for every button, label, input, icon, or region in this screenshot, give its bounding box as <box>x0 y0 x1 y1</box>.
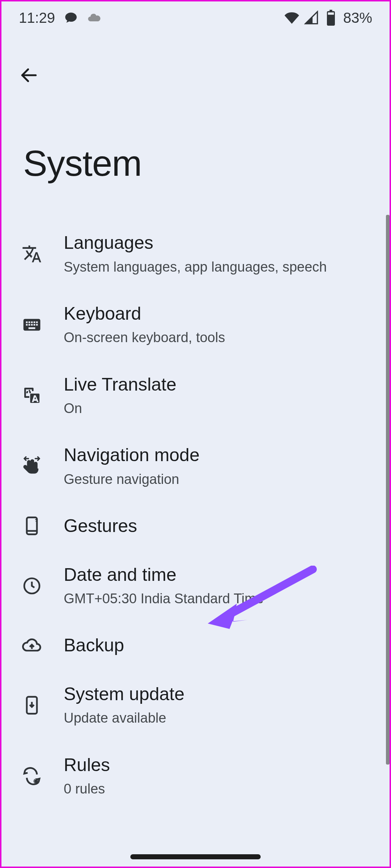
item-date-time[interactable]: Date and time GMT+05:30 India Standard T… <box>1 550 390 621</box>
item-title: Rules <box>64 754 110 776</box>
phone-gesture-icon <box>22 516 42 536</box>
rules-icon <box>22 766 42 786</box>
chat-bubble-icon <box>64 10 78 25</box>
item-languages[interactable]: Languages System languages, app language… <box>1 218 390 289</box>
item-keyboard[interactable]: Keyboard On-screen keyboard, tools <box>1 289 390 360</box>
item-gestures[interactable]: Gestures <box>1 502 390 550</box>
item-backup[interactable]: Backup <box>1 621 390 670</box>
item-subtitle: Update available <box>64 709 185 727</box>
item-subtitle: GMT+05:30 India Standard Time <box>64 590 264 608</box>
settings-list: Languages System languages, app language… <box>1 218 390 812</box>
status-right: 83% <box>285 10 372 26</box>
item-subtitle: System languages, app languages, speech <box>64 258 327 276</box>
item-title: System update <box>64 683 185 706</box>
status-left: 11:29 <box>19 10 101 26</box>
svg-rect-0 <box>328 12 334 14</box>
item-texts: Languages System languages, app language… <box>64 231 327 276</box>
translate-icon <box>22 244 42 264</box>
gesture-nav-bar[interactable] <box>130 854 261 859</box>
back-arrow-icon <box>19 65 39 85</box>
cloud-icon <box>87 10 101 25</box>
item-title: Date and time <box>64 563 264 586</box>
item-title: Live Translate <box>64 373 176 396</box>
item-title: Navigation mode <box>64 444 199 467</box>
swipe-icon <box>22 456 42 476</box>
item-texts: Backup <box>64 634 124 657</box>
item-title: Keyboard <box>64 302 225 325</box>
item-title: Backup <box>64 634 124 657</box>
item-texts: Rules 0 rules <box>64 754 110 799</box>
item-texts: Keyboard On-screen keyboard, tools <box>64 302 225 347</box>
system-update-icon <box>22 695 42 715</box>
item-title: Gestures <box>64 515 137 537</box>
item-system-update[interactable]: System update Update available <box>1 670 390 741</box>
clock-icon <box>22 576 42 596</box>
back-button[interactable] <box>14 61 43 90</box>
item-texts: System update Update available <box>64 683 185 728</box>
item-texts: Gestures <box>64 515 137 537</box>
item-subtitle: On <box>64 399 176 418</box>
item-texts: Navigation mode Gesture navigation <box>64 444 199 489</box>
svg-point-5 <box>34 779 38 783</box>
live-translate-icon <box>22 385 42 405</box>
item-subtitle: Gesture navigation <box>64 470 199 489</box>
page-title: System <box>23 142 142 184</box>
keyboard-icon <box>22 315 42 335</box>
battery-percentage: 83% <box>343 10 372 26</box>
item-live-translate[interactable]: Live Translate On <box>1 360 390 431</box>
item-texts: Live Translate On <box>64 373 176 418</box>
item-subtitle: On-screen keyboard, tools <box>64 328 225 347</box>
status-time: 11:29 <box>19 10 55 26</box>
item-texts: Date and time GMT+05:30 India Standard T… <box>64 563 264 608</box>
item-rules[interactable]: Rules 0 rules <box>1 741 390 812</box>
cloud-upload-icon <box>22 635 42 656</box>
item-navigation-mode[interactable]: Navigation mode Gesture navigation <box>1 431 390 502</box>
scrollbar[interactable] <box>386 215 390 765</box>
cell-signal-icon <box>304 10 319 25</box>
battery-icon <box>324 10 338 25</box>
item-subtitle: 0 rules <box>64 780 110 798</box>
item-title: Languages <box>64 231 327 254</box>
status-bar: 11:29 83% <box>1 1 390 34</box>
wifi-icon <box>285 10 299 25</box>
